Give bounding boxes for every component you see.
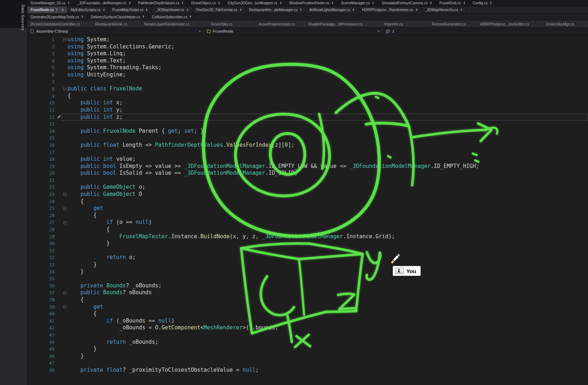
pin-icon[interactable] (142, 15, 145, 19)
code-line[interactable]: 6using UnityEngine; (27, 71, 588, 79)
code-line[interactable]: 7 (27, 79, 588, 86)
code-line[interactable]: 25− get (27, 205, 588, 212)
pin-icon[interactable] (279, 1, 283, 5)
tab-ShaderPackage...stProcessor.cs[interactable]: ShaderPackage...stProcessor.cs (305, 20, 366, 27)
code-line[interactable]: 40 { (27, 310, 588, 318)
code-line[interactable]: 21 (27, 177, 588, 184)
fold-collapse-icon[interactable]: − (63, 221, 66, 224)
tab-Generator2ExportMapTools.cs[interactable]: Generator2ExportMapTools.cs (27, 14, 88, 20)
tab-Importer.cs[interactable]: Importer.cs (366, 20, 421, 27)
code-line[interactable]: 46 } (27, 353, 588, 360)
code-line[interactable]: 28 { (27, 226, 588, 233)
project-dropdown[interactable]: Assembly-CSharp ▾ (27, 28, 204, 35)
code-line[interactable]: 11 public int y; (27, 107, 588, 114)
code-line[interactable]: 33 } (27, 261, 588, 268)
fold-collapse-icon[interactable]: − (63, 305, 66, 309)
tab-FruxelNode.cs[interactable]: FruxelNode.cs× (27, 6, 67, 13)
code-line[interactable]: 17 (27, 149, 588, 156)
fold-margin[interactable]: − (62, 191, 67, 198)
tab-RestaurantHo...pleManager.cs[interactable]: RestaurantHo...pleManager.cs (246, 6, 306, 13)
fold-margin[interactable]: − (62, 289, 67, 296)
code-line[interactable]: 4using System.Text; (27, 57, 588, 65)
pin-icon[interactable] (463, 1, 466, 5)
code-line[interactable]: 47 (27, 360, 588, 367)
code-line[interactable]: 39− get (27, 304, 588, 311)
code-line[interactable]: 26 { (27, 212, 588, 219)
close-icon[interactable]: × (61, 8, 64, 12)
pin-icon[interactable] (352, 8, 355, 12)
tab-FruxelGrid.cs[interactable]: FruxelGrid.cs (436, 0, 469, 6)
fold-collapse-icon[interactable]: − (63, 87, 66, 90)
fold-margin[interactable]: − (62, 205, 67, 212)
code-line[interactable]: 10 public int x; (27, 99, 588, 107)
code-line[interactable]: 9{ (27, 93, 588, 100)
tab-TerrainLayerRandomizer.cs[interactable]: TerrainLayerRandomizer.cs (139, 20, 194, 27)
fold-margin[interactable]: − (62, 85, 67, 93)
code-line[interactable]: 1−using System; (27, 36, 588, 43)
tab-CityGen3DGen...torWrapper.cs[interactable]: CityGen3DGen...torWrapper.cs (224, 0, 286, 6)
tab-WindowPositionFinder.cs[interactable]: WindowPositionFinder.cs (286, 0, 338, 6)
tab-MyEditorScripts.cs[interactable]: MyEditorScripts.cs (67, 6, 109, 13)
tab-DeliverySurfaceClassHelper.cs[interactable]: DeliverySurfaceClassHelper.cs (88, 14, 149, 20)
tab-AssetPreprocessor.cs[interactable]: AssetPreprocessor.cs (249, 20, 305, 27)
code-line[interactable]: 32 return o; (27, 254, 588, 261)
fold-collapse-icon[interactable]: − (63, 193, 66, 196)
code-line[interactable]: 36 private Bounds? _oBounds; (27, 282, 588, 290)
tab-_3DMapViewer.cs[interactable]: _3DMapViewer.cs (152, 6, 192, 13)
fold-collapse-icon[interactable]: − (63, 291, 66, 295)
pin-icon[interactable] (186, 8, 189, 12)
fold-margin[interactable]: − (62, 219, 67, 226)
code-line[interactable]: 38 { (27, 296, 588, 304)
code-line[interactable]: 34 } (27, 268, 588, 276)
code-line[interactable]: 8−public class FruxelNode (27, 85, 588, 93)
code-line[interactable]: 45 } (27, 346, 588, 353)
tab-HDRPPostproc...Randomizer.cs[interactable]: HDRPPostproc...Randomizer.cs (359, 6, 421, 13)
tab-PathfinderDepthValues.cs[interactable]: PathfinderDepthValues.cs (135, 0, 188, 6)
pin-icon[interactable] (145, 8, 148, 12)
pin-icon[interactable] (372, 1, 375, 5)
pin-icon[interactable] (55, 8, 59, 12)
pin-icon[interactable] (489, 1, 493, 5)
tab-DroneObject.cs[interactable]: DroneObject.cs (188, 0, 224, 6)
code-line[interactable]: 31 (27, 247, 588, 254)
type-dropdown[interactable]: FruxelNode ▾ (204, 28, 383, 35)
code-line[interactable]: 44 return _oBounds; (27, 339, 588, 346)
pin-icon[interactable] (181, 1, 184, 5)
code-line[interactable]: 13 (27, 121, 588, 128)
tab-SceneManager_02.cs[interactable]: SceneManager_02.cs (27, 0, 74, 6)
tab-Config.cs[interactable]: Config.cs (470, 0, 496, 6)
fold-margin[interactable]: − (62, 304, 67, 311)
pin-icon[interactable] (67, 1, 70, 5)
code-line[interactable]: 16 public float Length => PathfinderDept… (27, 142, 588, 149)
code-line[interactable]: 12 public int z; (27, 114, 588, 121)
code-line[interactable]: 14 public FruxelNode Parent { get; set; … (27, 128, 588, 135)
code-editor[interactable]: 1−using System;2using System.Collections… (27, 35, 588, 385)
tab-OneSec3D_FileFormat.cs[interactable]: OneSec3D_FileFormat.cs (193, 6, 246, 13)
pin-icon[interactable] (239, 8, 242, 12)
pin-icon[interactable] (218, 1, 221, 5)
pin-icon[interactable] (415, 8, 418, 12)
data-sources-panel-tab[interactable]: Data Sources (21, 4, 25, 30)
code-line[interactable]: 41 if (_oBounds == null) (27, 318, 588, 325)
code-line[interactable]: 48 private float? _proximityToClosestObs… (27, 367, 588, 374)
code-line[interactable]: 37− public Bounds? oBounds (27, 289, 588, 296)
tab-_3DMapHierarchy.cs[interactable]: _3DMapHierarchy.cs (422, 6, 467, 13)
pin-icon[interactable] (128, 1, 131, 5)
code-line[interactable]: 43 (27, 332, 588, 339)
tab-RestaurantHook.cs[interactable]: RestaurantHook.cs (84, 20, 139, 27)
code-line[interactable]: 35 (27, 275, 588, 282)
pin-icon[interactable] (189, 15, 192, 19)
pin-icon[interactable] (299, 8, 303, 12)
code-line[interactable]: 20 public bool IsSolid => value == _3DFo… (27, 170, 588, 177)
tab-HDRPPostproc...izerEditor.cs[interactable]: HDRPPostproc...izerEditor.cs (477, 20, 533, 27)
tab-SimulatedFisheyeCamera.cs[interactable]: SimulatedFisheyeCamera.cs (378, 0, 436, 6)
pin-icon[interactable] (460, 8, 463, 12)
pin-icon[interactable] (331, 1, 334, 5)
code-line[interactable]: 42 _oBounds = O.GetComponent<MeshRendere… (27, 324, 588, 332)
fold-collapse-icon[interactable]: − (63, 38, 66, 41)
code-line[interactable]: 22 public GameObject o; (27, 184, 588, 191)
code-line[interactable]: 27− if (o == null) (27, 219, 588, 226)
tab-SceneManager.cs[interactable]: SceneManager.cs (338, 0, 378, 6)
code-line[interactable]: 19 public bool IsEmpty => value >= _3DFo… (27, 163, 588, 170)
tab-FencesGenerator.cs[interactable]: FencesGenerator.cs (421, 20, 477, 27)
